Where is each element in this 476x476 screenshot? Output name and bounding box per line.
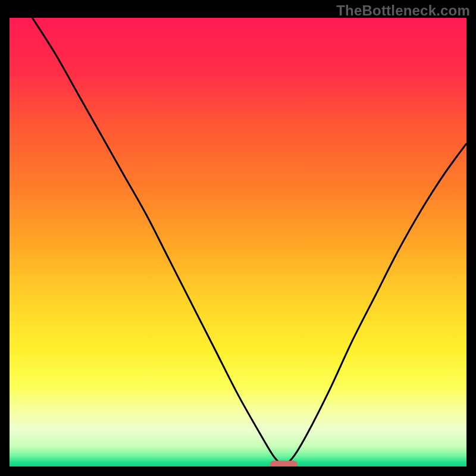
- chart-background-gradient: [10, 18, 466, 466]
- bottleneck-chart: [10, 18, 466, 466]
- chart-plot-area: [10, 18, 466, 466]
- watermark-text: TheBottleneck.com: [336, 2, 470, 19]
- app-frame: TheBottleneck.com: [0, 0, 476, 476]
- chart-container: [10, 18, 466, 466]
- optimum-marker: [270, 461, 298, 466]
